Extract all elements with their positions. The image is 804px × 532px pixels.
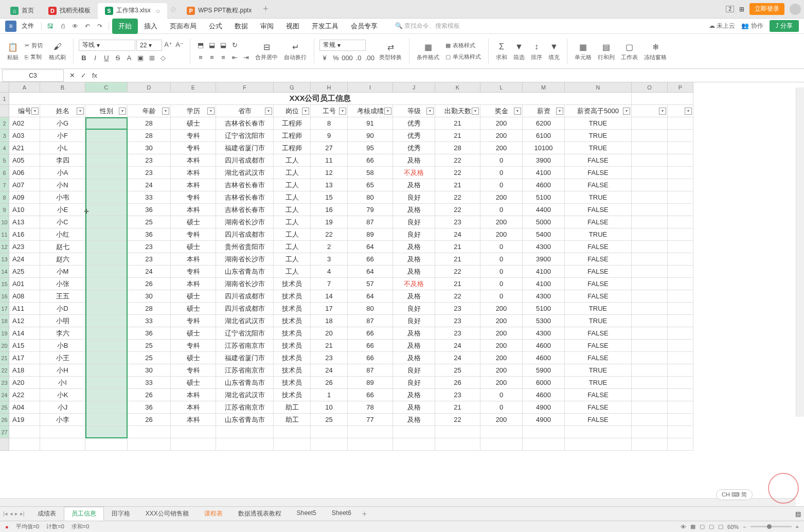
table-row[interactable]: 优秀 [393, 142, 435, 154]
table-row[interactable]: A02 [9, 117, 40, 130]
wrap-button[interactable]: ↵自动换行 [282, 40, 309, 62]
column-header-cell[interactable]: 奖金▾ [480, 105, 523, 117]
tab-workbook[interactable]: S工作簿3.xlsx○ [98, 3, 167, 19]
table-row[interactable] [85, 142, 128, 154]
align-center-icon[interactable]: ≡ [207, 52, 217, 63]
cell[interactable] [435, 426, 480, 438]
tab-template[interactable]: D找稻壳模板 [41, 3, 98, 19]
table-row[interactable]: A08 [9, 290, 40, 303]
table-row[interactable]: A04 [9, 401, 40, 414]
table-row[interactable]: 6000 [523, 377, 565, 389]
table-row[interactable]: 24 [435, 228, 480, 241]
table-row[interactable] [85, 167, 128, 179]
row-header[interactable]: 8 [0, 191, 9, 204]
menu-tab[interactable]: 会员专享 [345, 19, 384, 34]
bold-icon[interactable]: B [79, 53, 89, 63]
table-row[interactable]: 200 [480, 315, 523, 327]
table-row[interactable]: 硕士 [171, 377, 216, 389]
table-row[interactable]: 四川省成都市 [216, 290, 274, 303]
table-row[interactable]: 工人 [274, 167, 311, 179]
copy-button[interactable]: ⎘ 复制 [23, 52, 45, 62]
table-row[interactable]: 24 [311, 364, 348, 377]
row-header[interactable]: 9 [0, 204, 9, 216]
table-row[interactable]: 辽宁省沈阳市 [216, 130, 274, 142]
table-row[interactable]: 5100 [523, 191, 565, 204]
table-row[interactable]: 200 [480, 414, 523, 426]
column-header-cell[interactable]: 工号▾ [311, 105, 348, 117]
table-row[interactable]: 技术员 [274, 340, 311, 352]
table-row[interactable]: 及格 [393, 179, 435, 191]
table-row[interactable]: 山东省青岛市 [216, 377, 274, 389]
filter-dropdown-icon[interactable]: ▾ [31, 108, 39, 115]
table-row[interactable]: 湖北省武汉市 [216, 389, 274, 401]
table-row[interactable]: FALSE [565, 414, 632, 426]
table-row[interactable]: A20 [9, 377, 40, 389]
cell[interactable] [128, 438, 171, 451]
table-row[interactable] [85, 179, 128, 191]
table-row[interactable]: 技术员 [274, 303, 311, 315]
column-header-cell[interactable]: 考核成绩▾ [348, 105, 393, 117]
table-row[interactable] [668, 241, 693, 253]
share-button[interactable]: ⤴ 分享 [770, 20, 799, 32]
type-convert-button[interactable]: ⇄类型转换 [377, 40, 404, 62]
table-row[interactable] [668, 389, 693, 401]
table-row[interactable]: 硕士 [171, 352, 216, 364]
table-row[interactable]: 36 [128, 401, 171, 414]
table-row[interactable] [632, 191, 668, 204]
row-header[interactable]: 18 [0, 315, 9, 327]
table-row[interactable]: 200 [480, 352, 523, 364]
redo-icon[interactable]: ↷ [94, 21, 105, 32]
table-row[interactable]: 技术员 [274, 327, 311, 340]
table-row[interactable] [632, 117, 668, 130]
table-row[interactable]: TRUE [565, 377, 632, 389]
table-row[interactable] [632, 228, 668, 241]
table-row[interactable] [632, 327, 668, 340]
table-row[interactable]: FALSE [565, 401, 632, 414]
table-row[interactable]: 小J [40, 401, 85, 414]
table-row[interactable]: 小K [40, 389, 85, 401]
column-header-cell[interactable]: 等级▾ [393, 105, 435, 117]
filter-dropdown-icon[interactable]: ▾ [659, 108, 666, 115]
table-row[interactable]: 22 [435, 191, 480, 204]
view-layout-icon[interactable]: ▦ [690, 523, 695, 530]
cell[interactable] [311, 426, 348, 438]
table-row[interactable]: TRUE [565, 142, 632, 154]
table-row[interactable] [668, 216, 693, 228]
column-header[interactable]: M [523, 82, 565, 93]
table-row[interactable]: 良好 [393, 191, 435, 204]
table-row[interactable]: TRUE [565, 191, 632, 204]
table-row[interactable]: 0 [480, 265, 523, 278]
add-tab-icon[interactable]: + [263, 4, 269, 14]
table-row[interactable]: 57 [348, 278, 393, 290]
table-row[interactable]: 江苏省南京市 [216, 364, 274, 377]
table-row[interactable] [668, 142, 693, 154]
table-row[interactable]: 小明 [40, 315, 85, 327]
table-row[interactable]: 200 [480, 130, 523, 142]
menu-tab[interactable]: 数据 [228, 19, 254, 34]
table-row[interactable]: 赵六 [40, 253, 85, 265]
table-row[interactable]: 87 [348, 364, 393, 377]
filter-dropdown-icon[interactable]: ▾ [162, 108, 169, 115]
orientation-icon[interactable]: ↻ [229, 40, 240, 50]
view-page-icon[interactable]: ▢ [709, 523, 714, 530]
table-row[interactable]: 0 [480, 179, 523, 191]
spreadsheet-grid[interactable]: ABCDEFGHIJKLMNOP 12345678910111213141516… [0, 82, 804, 510]
table-row[interactable]: 江苏省南京市 [216, 340, 274, 352]
sheet-last-icon[interactable]: ▸| [20, 510, 25, 517]
rowcol-button[interactable]: ▤行和列 [596, 40, 617, 62]
table-row[interactable]: 李四 [40, 154, 85, 167]
table-row[interactable]: 77 [348, 414, 393, 426]
table-row[interactable]: 26 [128, 389, 171, 401]
table-row[interactable]: 89 [348, 377, 393, 389]
row-header[interactable] [0, 105, 9, 117]
table-row[interactable] [632, 130, 668, 142]
table-row[interactable]: FALSE [565, 327, 632, 340]
table-row[interactable]: 及格 [393, 290, 435, 303]
table-row[interactable] [668, 228, 693, 241]
table-row[interactable]: TRUE [565, 303, 632, 315]
table-row[interactable]: 66 [348, 389, 393, 401]
table-row[interactable]: 小E [40, 204, 85, 216]
table-row[interactable]: 工人 [274, 216, 311, 228]
table-row[interactable]: 工程师 [274, 142, 311, 154]
view-normal-icon[interactable]: ▢ [700, 523, 705, 530]
